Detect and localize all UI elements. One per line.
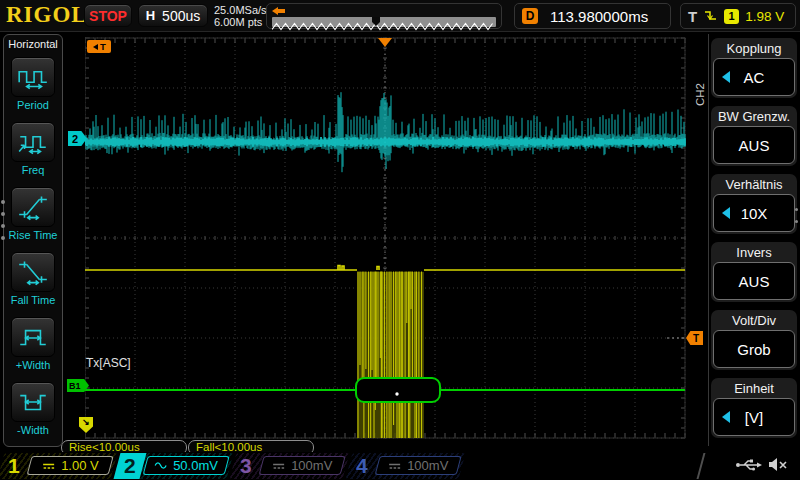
trigger-level-marker[interactable]: T [686, 331, 703, 345]
channel-3-scale-box: 100mV [259, 456, 346, 475]
menu-value: AUS [739, 137, 770, 154]
fall-time-icon[interactable] [11, 252, 55, 292]
menu-value: AUS [739, 273, 770, 290]
channel-2-status[interactable]: 2 50.0mV [114, 453, 234, 479]
menu-item-kopplung[interactable]: Kopplung AC [711, 38, 797, 98]
delay-value: 113.980000ms [550, 8, 648, 25]
right-menu-channel-label: CH2 [694, 66, 706, 106]
menu-item-label: Period [4, 99, 62, 111]
channel-4-status[interactable]: 4 100mV [346, 453, 466, 479]
menu-label: Volt/Div [713, 312, 795, 330]
menu-item-freq[interactable]: Freq [4, 122, 62, 176]
chevron-left-icon [716, 411, 730, 423]
trigger-marker-label: T [693, 333, 699, 344]
menu-value: 10X [741, 205, 768, 222]
page-dot [795, 220, 798, 223]
memory-depth: 6.00M pts [214, 16, 267, 28]
scope-graticule [85, 35, 686, 440]
trigger-level-value: 1.98 V [745, 9, 784, 24]
channel-2-scale: 50.0mV [173, 458, 218, 473]
channel-2-scale-box: 50.0mV [143, 456, 230, 475]
arrow-left-icon [90, 44, 98, 50]
channel-1-scale-box: 1.00 V [27, 456, 114, 475]
trigger-offscreen-icon: T [87, 40, 111, 53]
menu-label: Kopplung [713, 40, 795, 58]
sample-rate: 25.0MSa/s [214, 4, 267, 16]
menu-item-fall-time[interactable]: Fall Time [4, 252, 62, 306]
trigger-position-marker[interactable] [378, 38, 392, 47]
menu-item-label: -Width [4, 424, 62, 436]
menu-item-rise-time[interactable]: Rise Time [4, 187, 62, 241]
arrow-left-orange-icon [271, 6, 287, 16]
waveform-memory-bar [266, 3, 502, 29]
menu-item-invers[interactable]: Invers AUS [711, 242, 797, 302]
channel-1-scale: 1.00 V [61, 458, 99, 473]
delay-badge: D [522, 8, 538, 24]
trigger-offscreen-label: T [100, 41, 106, 52]
menu-label: Invers [713, 244, 795, 262]
menu-label: Verhältnis [713, 176, 795, 194]
dc-coupling-icon [42, 462, 55, 470]
acquisition-readout: 25.0MSa/s 6.00M pts [214, 4, 267, 28]
period-icon[interactable] [11, 57, 55, 97]
usb-icon [735, 457, 763, 473]
rigol-logo: RIGOL [6, 2, 88, 28]
chevron-left-icon [716, 207, 730, 219]
dc-coupling-icon [272, 462, 285, 470]
run-state-badge[interactable]: STOP [84, 4, 132, 27]
minus-width-icon[interactable] [11, 382, 55, 422]
menu-item-volt-div[interactable]: Volt/Div Grob [711, 310, 797, 370]
ch2-marker-label: 2 [72, 133, 78, 145]
freq-icon[interactable] [11, 122, 55, 162]
dc-coupling-icon [388, 462, 401, 470]
menu-item-minus-width[interactable]: -Width [4, 382, 62, 436]
horizontal-label: H [146, 8, 155, 23]
menu-label: Einheit [713, 380, 795, 398]
channel-3-scale: 100mV [291, 458, 332, 473]
left-menu-panel: Horizontal Period Freq Rise Time Fall Ti… [3, 34, 63, 447]
menu-item-bw-grenzw[interactable]: BW Grenzw. AUS [711, 106, 797, 166]
page-dot [1, 224, 5, 228]
trigger-readout[interactable]: T 1 1.98 V [680, 3, 796, 29]
menu-item-label: +Width [4, 359, 62, 371]
menu-item-label: Rise Time [4, 229, 62, 241]
page-dot [1, 236, 5, 240]
bus-decode-label: Tx[ASC] [86, 356, 131, 370]
memory-window-bar [272, 17, 496, 27]
trigger-label: T [688, 8, 697, 25]
falling-edge-icon [703, 9, 718, 23]
menu-item-label: Fall Time [4, 294, 62, 306]
menu-item-label: Freq [4, 164, 62, 176]
page-dot [1, 200, 5, 204]
ch2-trace-core [85, 137, 685, 147]
menu-label: BW Grenzw. [713, 108, 795, 126]
menu-value: AC [744, 69, 765, 86]
chevron-left-icon [716, 71, 730, 83]
right-menu-divider [708, 34, 709, 446]
menu-item-plus-width[interactable]: +Width [4, 317, 62, 371]
channel-1-number: 1 [0, 453, 30, 479]
ac-coupling-icon [154, 461, 167, 470]
bus-decoded-char [395, 392, 398, 395]
channel-3-number: 3 [230, 453, 263, 479]
channel-1-status[interactable]: 1 1.00 V [0, 453, 117, 479]
menu-item-period[interactable]: Period [4, 57, 62, 111]
trigger-source-badge: 1 [724, 9, 739, 24]
page-dot [1, 212, 5, 216]
menu-item-einheit[interactable]: Einheit [V] [711, 378, 797, 438]
bus1-marker-label: B1 [69, 381, 81, 391]
bus-packet-frame [356, 378, 440, 402]
delay-readout: D 113.980000ms [514, 3, 671, 29]
channel-4-scale-box: 100mV [375, 456, 462, 475]
rise-time-icon[interactable] [11, 187, 55, 227]
timebase-readout[interactable]: H 500us [138, 4, 208, 27]
left-menu-title: Horizontal [4, 38, 62, 50]
page-dot [795, 208, 798, 211]
timebase-value: 500us [162, 8, 200, 24]
channel-3-status[interactable]: 3 100mV [230, 453, 350, 479]
channel-4-number: 4 [346, 453, 379, 479]
menu-item-verhaeltnis[interactable]: Verhältnis 10X [711, 174, 797, 234]
channel-2-number: 2 [114, 453, 147, 479]
plus-width-icon[interactable] [11, 317, 55, 357]
speaker-muted-icon [768, 456, 788, 473]
